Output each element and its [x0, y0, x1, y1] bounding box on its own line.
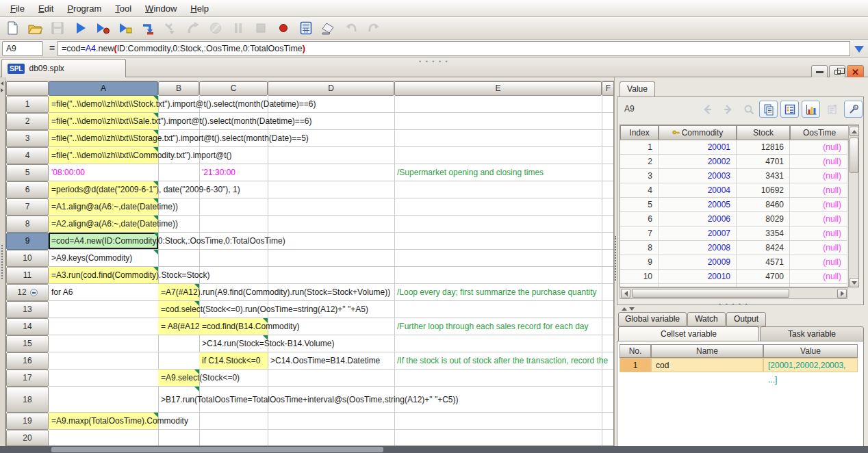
row-header-16[interactable]: 16 — [6, 352, 49, 370]
row-header-20[interactable]: 20 — [6, 430, 49, 446]
scroll-left-icon[interactable] — [621, 289, 630, 298]
formula-input[interactable]: =cod=A4.new(ID:Commodity,0:Stock,:OosTim… — [58, 41, 850, 56]
menu-item-help[interactable]: Help — [184, 1, 215, 16]
tab-global-variable[interactable]: Global variable — [618, 312, 687, 326]
splitter-dots-icon[interactable]: • • • • • — [419, 58, 449, 65]
menu-item-window[interactable]: Window — [139, 1, 183, 16]
cell-C14[interactable]: =cod.find(B14.Commodity) — [199, 318, 268, 335]
row-header-12[interactable]: 12 — [6, 284, 49, 301]
value-hscrollbar[interactable] — [620, 287, 847, 299]
row-header-17[interactable]: 17 — [6, 370, 49, 387]
value-row-3[interactable]: 3200033431(null) — [620, 169, 847, 183]
column-header-F[interactable]: F — [602, 81, 614, 96]
panel-collapse-arrows[interactable] — [622, 303, 635, 313]
value-col-index[interactable]: Index — [620, 125, 659, 140]
cell-B14[interactable]: = A8(#A12) — [158, 318, 199, 335]
scroll-right-icon[interactable] — [837, 289, 847, 298]
execute-icon[interactable] — [72, 20, 88, 36]
row-header-6[interactable]: 6 — [6, 181, 49, 198]
open-file-icon[interactable] — [27, 20, 43, 36]
cell-reference-box[interactable]: A9 — [2, 41, 43, 56]
step-execute-icon[interactable] — [117, 20, 133, 36]
run-to-cursor-icon[interactable] — [140, 20, 156, 36]
row-header-13[interactable]: 13 — [6, 301, 49, 318]
hsplitter-dots-icon[interactable]: • • • • • — [719, 301, 749, 308]
column-header-D[interactable]: D — [268, 81, 394, 96]
menu-item-tool[interactable]: Tool — [109, 1, 138, 16]
cell-E16[interactable]: /If the stock is out of stock after the … — [394, 352, 602, 369]
vscroll-thumb[interactable] — [850, 138, 858, 173]
tab-watch[interactable]: Watch — [687, 312, 726, 326]
cell-A8[interactable]: =A2.align@a(A6:~,date(Datetime)) — [49, 216, 158, 232]
variable-row-cod[interactable]: 1 cod [20001,20002,20003, ...] — [620, 358, 858, 372]
row-header-7[interactable]: 7 — [6, 198, 49, 216]
calculator-icon[interactable] — [298, 20, 314, 36]
cell-A5[interactable]: '08:00:00 — [49, 164, 158, 181]
value-row-6[interactable]: 6200068029(null) — [620, 212, 847, 226]
cell-C15[interactable]: >C14.run(Stock=Stock-B14.Volume) — [199, 335, 268, 352]
var-col-no[interactable]: No. — [620, 344, 651, 358]
value-row-9[interactable]: 9200094571(null) — [620, 255, 847, 270]
var-col-name[interactable]: Name — [651, 344, 763, 358]
row-header-18[interactable]: 18 — [6, 387, 49, 413]
value-col-stock[interactable]: Stock — [737, 125, 790, 140]
breakpoint-icon[interactable] — [275, 20, 292, 36]
row-header-9[interactable]: 9 — [6, 233, 49, 250]
clear-icon[interactable] — [320, 20, 337, 36]
value-row-7[interactable]: 7200073354(null) — [620, 226, 847, 241]
collapse-block-icon[interactable] — [30, 289, 38, 296]
menu-item-program[interactable]: Program — [61, 1, 107, 16]
cell-A9-selected[interactable]: =cod=A4.new(ID:Commodity,0:Stock,:OosTim… — [49, 233, 158, 249]
minimize-button[interactable] — [811, 65, 828, 79]
list-view-icon[interactable] — [780, 101, 799, 118]
cell-A7[interactable]: =A1.align@a(A6:~,date(Datetime)) — [49, 198, 158, 215]
column-header-A[interactable]: A — [49, 81, 158, 96]
cell-A12[interactable]: for A6 — [49, 284, 158, 300]
tab-value[interactable]: Value — [620, 81, 655, 97]
cell-B13[interactable]: =cod.select(Stock<=0).run(OosTime=string… — [158, 301, 199, 318]
expand-formula-button[interactable] — [852, 41, 866, 57]
row-header-8[interactable]: 8 — [6, 216, 49, 233]
cell-E14[interactable]: /Further loop through each sales record … — [394, 318, 602, 335]
value-row-4[interactable]: 42000410692(null) — [620, 183, 847, 198]
value-table[interactable]: Index Commodity Stock OosTime 1200011281… — [620, 125, 859, 287]
tab-task-variable[interactable]: Task variable — [760, 326, 864, 341]
cell-B18[interactable]: >B17.run(TotalOosTime=TotalOosTime+inter… — [158, 387, 199, 412]
cell-B17[interactable]: =A9.select(Stock<=0) — [158, 370, 199, 386]
hscroll-thumb[interactable] — [632, 289, 789, 298]
cell-E5[interactable]: /Supermarket opening and closing times — [394, 164, 602, 181]
row-header-11[interactable]: 11 — [6, 267, 49, 284]
value-col-commodity[interactable]: Commodity — [659, 125, 737, 140]
cell-C5[interactable]: '21:30:00 — [199, 164, 268, 181]
cell-A2[interactable]: =file("..\\demo\\zh\\txt\\Sale.txt").imp… — [49, 113, 158, 129]
panel-splitter-grip[interactable] — [615, 236, 616, 281]
value-row-10[interactable]: 10200104700(null) — [620, 270, 847, 284]
value-row-2[interactable]: 2200024701(null) — [620, 155, 847, 169]
scroll-down-icon[interactable] — [850, 278, 859, 287]
row-header-3[interactable]: 3 — [6, 130, 49, 147]
grid-corner[interactable] — [6, 81, 49, 96]
cell-A4[interactable]: =file("..\\demo\\zh\\txt\\Commodity.txt"… — [49, 147, 158, 164]
value-row-5[interactable]: 5200058460(null) — [620, 198, 847, 212]
cell-A6[interactable]: =periods@d(date("2009-6-1"), date("2009-… — [49, 181, 158, 198]
row-header-15[interactable]: 15 — [6, 335, 49, 352]
column-header-C[interactable]: C — [199, 81, 268, 96]
row-header-14[interactable]: 14 — [6, 318, 49, 335]
row-header-2[interactable]: 2 — [6, 113, 49, 130]
cell-C16[interactable]: if C14.Stock<=0 — [199, 352, 268, 369]
scroll-up-icon[interactable] — [850, 127, 859, 136]
row-header-4[interactable]: 4 — [6, 147, 49, 164]
cell-A11[interactable]: =A3.run(cod.find(Commodity).Stock=Stock) — [49, 267, 158, 283]
value-vscrollbar[interactable] — [848, 125, 859, 287]
var-col-value[interactable]: Value — [763, 344, 858, 358]
restore-button[interactable] — [829, 65, 845, 79]
cell-D16[interactable]: >C14.OosTime=B14.Datetime — [268, 352, 394, 369]
cell-E12[interactable]: /Loop every day; first summarize the pur… — [394, 284, 602, 300]
menu-item-file[interactable]: File — [4, 1, 31, 16]
row-header-10[interactable]: 10 — [6, 250, 49, 267]
value-row-8[interactable]: 8200088424(null) — [620, 241, 847, 255]
tab-cellset-variable[interactable]: Cellset variable — [618, 326, 759, 341]
new-file-icon[interactable] — [4, 20, 21, 36]
row-header-19[interactable]: 19 — [6, 413, 49, 430]
execute-debug-icon[interactable] — [94, 20, 111, 36]
